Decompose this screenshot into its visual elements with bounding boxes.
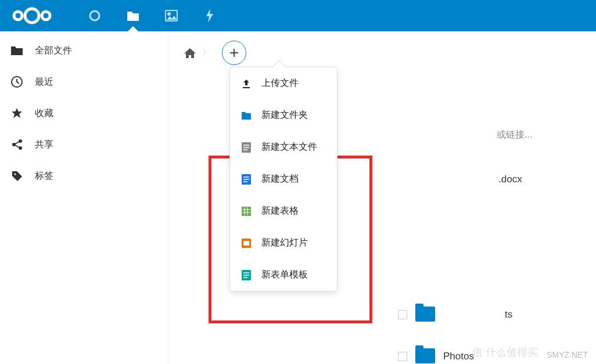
star-icon [10, 107, 23, 120]
clock-icon [10, 75, 23, 88]
menu-label: 上传文件 [261, 77, 299, 89]
menu-new-text[interactable]: 新建文本文件 [230, 131, 337, 163]
nav-circle-icon[interactable] [76, 0, 114, 31]
folder-icon [415, 348, 435, 363]
folder-icon [10, 45, 23, 56]
svg-point-2 [42, 12, 50, 20]
menu-new-document[interactable]: 新建文档 [230, 163, 337, 195]
breadcrumb: 〉 [168, 38, 596, 67]
sidebar-item-tags[interactable]: 标签 [0, 160, 168, 192]
document-icon [240, 174, 252, 185]
nav-activity-icon[interactable] [191, 0, 229, 31]
folder-icon [415, 307, 435, 322]
file-name-fragment: ts [505, 309, 512, 320]
menu-label: 新建文档 [261, 173, 299, 185]
new-menu-popover: 上传文件 新建文件夹 新建文本文件 新建文档 新建表格 新建幻灯片 新表单模板 [229, 67, 338, 291]
spreadsheet-icon [240, 207, 252, 216]
list-item[interactable]: Photos [398, 348, 474, 364]
hint-text: 或链接... [497, 129, 532, 141]
share-icon [10, 138, 23, 151]
sidebar: 全部文件 最近 收藏 共享 标签 [0, 31, 168, 364]
menu-new-presentation[interactable]: 新建幻灯片 [230, 227, 337, 259]
file-ext-fragment: .docx [498, 174, 522, 185]
file-name: Photos [443, 351, 474, 362]
svg-point-1 [14, 12, 22, 20]
sidebar-item-label: 收藏 [35, 107, 53, 120]
menu-label: 新建文本文件 [261, 141, 317, 153]
sidebar-item-shares[interactable]: 共享 [0, 129, 168, 160]
svg-point-10 [15, 174, 16, 175]
sidebar-item-label: 全部文件 [35, 45, 72, 57]
svg-rect-13 [242, 207, 251, 216]
menu-new-spreadsheet[interactable]: 新建表格 [230, 195, 337, 227]
checkbox[interactable] [398, 310, 407, 319]
app-header [0, 0, 596, 31]
sidebar-item-label: 标签 [35, 170, 53, 182]
svg-rect-15 [243, 241, 249, 246]
menu-label: 新建表格 [261, 205, 299, 217]
watermark-text: 值 什么值得买 [472, 345, 538, 359]
menu-label: 新表单模板 [261, 269, 308, 281]
sidebar-item-all-files[interactable]: 全部文件 [0, 35, 168, 66]
plus-icon [229, 48, 239, 58]
tag-icon [10, 170, 23, 182]
menu-new-form[interactable]: 新表单模板 [230, 259, 337, 291]
chevron-right-icon: 〉 [202, 47, 211, 59]
text-file-icon [240, 142, 252, 153]
add-button[interactable] [222, 41, 246, 65]
sidebar-item-label: 最近 [35, 76, 53, 88]
svg-point-5 [168, 13, 170, 15]
svg-point-0 [25, 9, 39, 23]
svg-point-3 [90, 11, 99, 20]
presentation-icon [240, 239, 252, 248]
sidebar-item-favorites[interactable]: 收藏 [0, 98, 168, 129]
nextcloud-logo [12, 5, 52, 26]
menu-new-folder[interactable]: 新建文件夹 [230, 99, 337, 131]
sidebar-item-recent[interactable]: 最近 [0, 66, 168, 98]
nav-bar [76, 0, 229, 31]
menu-label: 新建文件夹 [261, 109, 308, 121]
nav-files-icon[interactable] [114, 0, 152, 31]
watermark-text: SMYZ.NET [547, 350, 588, 359]
menu-upload-file[interactable]: 上传文件 [230, 67, 337, 99]
menu-label: 新建幻灯片 [261, 237, 308, 249]
list-item[interactable]: ts [398, 307, 512, 323]
home-icon[interactable] [184, 47, 196, 59]
sidebar-item-label: 共享 [35, 139, 53, 151]
upload-icon [240, 78, 252, 89]
nav-gallery-icon[interactable] [152, 0, 191, 31]
folder-icon [240, 111, 252, 120]
checkbox[interactable] [398, 352, 407, 361]
form-icon [240, 270, 252, 280]
